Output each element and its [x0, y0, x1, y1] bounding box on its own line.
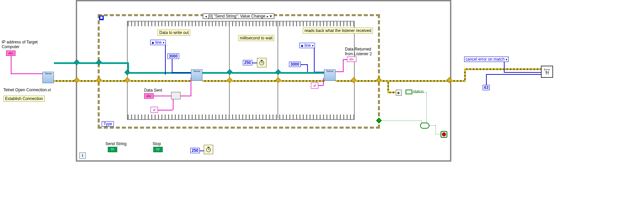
telnet-write-vi-icon[interactable]: Telnet: [191, 69, 202, 81]
frame2-wait-ms-const[interactable]: 250: [243, 60, 252, 65]
data-sent-control-icon[interactable]: abc: [144, 93, 154, 99]
cancel-error-ring[interactable]: cancel error on match ▾: [464, 57, 509, 62]
cancel-error-value: cancel error on match: [465, 57, 505, 62]
data-returned-indicator-icon: abc: [347, 57, 356, 62]
frame3-read-mode-value: line: [304, 43, 311, 48]
event-case-selector[interactable]: ◂ [0] "Send String": Value Change ▸ ▾: [203, 13, 274, 19]
ip-address-label: IP address of Target Computer: [2, 40, 38, 49]
event-lock-icon: ◼: [99, 15, 104, 20]
svg-rect-5: [207, 147, 209, 148]
event-type-label: Type: [102, 121, 114, 127]
clear-error-vi-icon[interactable]: Error ?!: [541, 66, 553, 78]
iteration-terminal-icon: i: [79, 152, 86, 159]
send-string-control-icon[interactable]: TF: [108, 147, 117, 152]
frame1-comment: Data to write out: [158, 30, 190, 36]
telnet-read-vi-icon[interactable]: Telnet: [324, 69, 335, 81]
establish-connection-comment: Establish Connection: [3, 96, 45, 102]
telnet-open-vi-icon[interactable]: Telnet: [42, 72, 54, 83]
stop-control-icon[interactable]: TF: [153, 147, 163, 152]
frame3-timeout-const[interactable]: 3000: [289, 62, 301, 67]
frame2-wait-icon: [257, 58, 266, 67]
concat-strings-icon: [171, 92, 181, 99]
frame1-crlf-const-icon: ↲: [151, 107, 158, 113]
frame1-read-mode-ring[interactable]: ◆ line ▾: [150, 40, 166, 45]
loop-wait-ms-const[interactable]: 250: [190, 148, 200, 153]
ip-address-control-icon[interactable]: abc: [6, 51, 15, 56]
frame3-read-mode-ring[interactable]: ◆ line ▾: [299, 43, 315, 48]
frame2-comment: millisecond to wait: [238, 35, 274, 41]
send-string-label: Send String: [105, 141, 127, 146]
stop-label: Stop: [153, 141, 161, 146]
frame3-comment: reads back what the listener received: [303, 28, 373, 34]
unbundle-status-icon: ▸: [396, 90, 402, 96]
frame3-crlf-const-icon: ↲: [311, 83, 318, 89]
data-sent-label: Data Sent: [144, 88, 162, 93]
frame1-read-mode-value: line: [155, 40, 162, 45]
frame1-timeout-const[interactable]: 3000: [167, 54, 179, 59]
error-code-const[interactable]: 63: [483, 85, 490, 90]
telnet-open-caption: Telnet Open Connection.vi: [3, 88, 51, 92]
or-node-icon: [422, 123, 429, 129]
loop-stop-terminal-icon: [441, 131, 447, 138]
data-returned-label: Data Returned from Listener 2: [345, 47, 372, 56]
event-case-label: [0] "Send String": Value Change: [208, 14, 265, 19]
loop-wait-icon: [204, 145, 213, 154]
svg-rect-1: [261, 60, 262, 61]
status-indicator-icon: [406, 90, 412, 94]
error-wire: [54, 80, 77, 82]
